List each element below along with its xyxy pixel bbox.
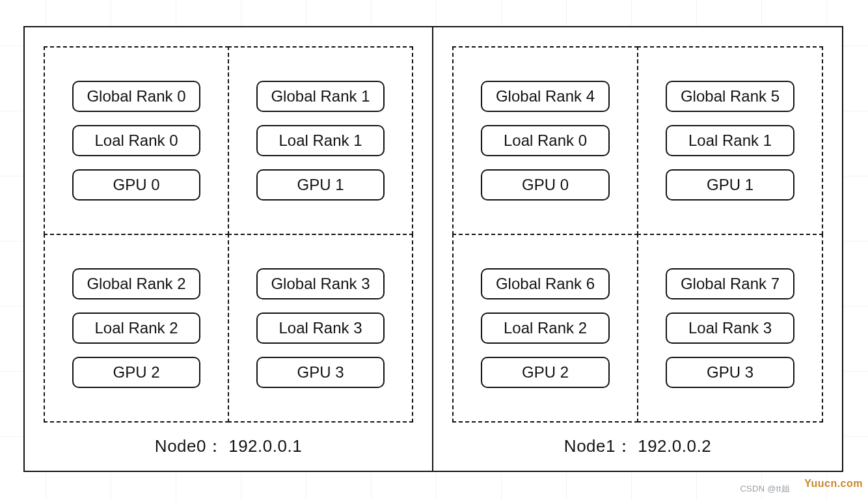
gpu-id-badge: GPU 0 [481, 169, 609, 201]
local-rank-badge: Loal Rank 0 [481, 125, 609, 156]
node-1-gpu-2: Global Rank 6 Loal Rank 2 GPU 2 [452, 234, 639, 423]
diagram-canvas: Global Rank 0 Loal Rank 0 GPU 0 Global R… [23, 26, 843, 472]
local-rank-badge: Loal Rank 2 [481, 312, 609, 344]
node-1-gpu-grid: Global Rank 4 Loal Rank 0 GPU 0 Global R… [453, 47, 822, 422]
attribution-text: CSDN @tt姐 [740, 483, 790, 495]
node-1-label: Node1： 192.0.0.2 [564, 422, 711, 464]
gpu-id-badge: GPU 2 [72, 357, 200, 388]
node-0-gpu-0: Global Rank 0 Loal Rank 0 GPU 0 [44, 46, 230, 236]
global-rank-badge: Global Rank 7 [666, 268, 794, 299]
node-0-gpu-2: Global Rank 2 Loal Rank 2 GPU 2 [44, 234, 230, 423]
node-1: Global Rank 4 Loal Rank 0 GPU 0 Global R… [433, 27, 842, 471]
node-0-gpu-3: Global Rank 3 Loal Rank 3 GPU 3 [228, 234, 414, 423]
node-0-gpu-grid: Global Rank 0 Loal Rank 0 GPU 0 Global R… [44, 47, 413, 422]
gpu-id-badge: GPU 1 [666, 169, 794, 201]
local-rank-badge: Loal Rank 2 [72, 312, 200, 344]
local-rank-badge: Loal Rank 1 [666, 125, 794, 156]
local-rank-badge: Loal Rank 3 [666, 312, 794, 344]
gpu-id-badge: GPU 0 [72, 169, 200, 201]
global-rank-badge: Global Rank 6 [481, 268, 609, 299]
local-rank-badge: Loal Rank 1 [256, 125, 384, 156]
node-1-gpu-1: Global Rank 5 Loal Rank 1 GPU 1 [637, 46, 824, 236]
global-rank-badge: Global Rank 3 [256, 268, 384, 299]
local-rank-badge: Loal Rank 0 [72, 125, 200, 156]
watermark-text: Yuucn.com [804, 478, 863, 490]
global-rank-badge: Global Rank 1 [256, 81, 384, 112]
global-rank-badge: Global Rank 5 [666, 81, 794, 112]
global-rank-badge: Global Rank 4 [481, 81, 609, 112]
node-0: Global Rank 0 Loal Rank 0 GPU 0 Global R… [25, 27, 433, 471]
gpu-id-badge: GPU 3 [666, 357, 794, 388]
gpu-id-badge: GPU 3 [256, 357, 384, 388]
global-rank-badge: Global Rank 2 [72, 268, 200, 299]
node-1-gpu-0: Global Rank 4 Loal Rank 0 GPU 0 [452, 46, 639, 236]
node-0-gpu-1: Global Rank 1 Loal Rank 1 GPU 1 [228, 46, 414, 236]
gpu-id-badge: GPU 1 [256, 169, 384, 201]
global-rank-badge: Global Rank 0 [72, 81, 200, 112]
node-1-gpu-3: Global Rank 7 Loal Rank 3 GPU 3 [637, 234, 824, 423]
gpu-id-badge: GPU 2 [481, 357, 609, 388]
local-rank-badge: Loal Rank 3 [256, 312, 384, 344]
node-0-label: Node0： 192.0.0.1 [155, 422, 302, 464]
